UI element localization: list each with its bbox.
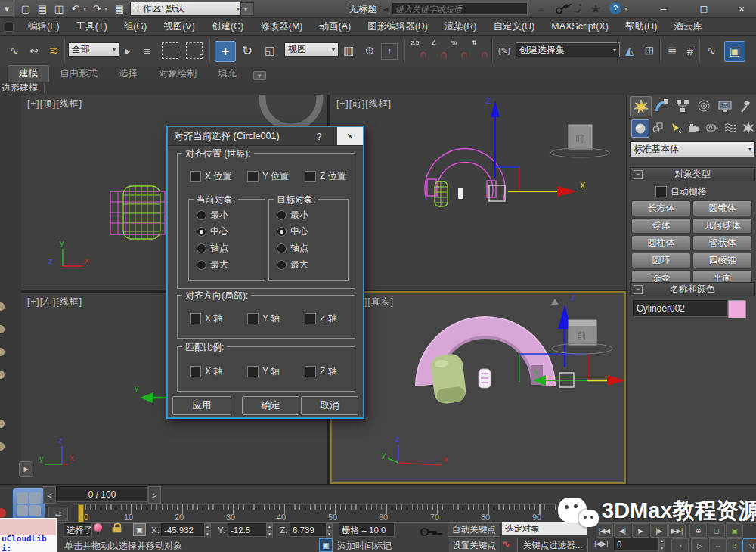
ok-button[interactable]: 确定	[242, 396, 299, 415]
isolate-selection-icon[interactable]: ▣	[319, 538, 333, 552]
target-max-radio[interactable]: 最大	[277, 259, 308, 271]
menu-create[interactable]: 创建(C)	[203, 20, 252, 33]
key-step-icon[interactable]: |◀▶|	[594, 540, 609, 547]
key-filters-button[interactable]: 关键点过滤器...	[517, 538, 588, 552]
minimize-button[interactable]: –	[652, 0, 674, 17]
app-icon[interactable]	[5, 23, 14, 32]
keyboard-shortcut-override-icon[interactable]: ↑	[381, 43, 398, 60]
menu-liuyunku[interactable]: 溜云库	[665, 20, 711, 33]
menu-edit[interactable]: 编辑(E)	[20, 20, 68, 33]
select-and-rotate-icon[interactable]: ↻	[237, 41, 257, 60]
workspace-dropdown[interactable]: 工作区: 默认▾	[130, 2, 243, 16]
save-file-icon[interactable]: ◫	[51, 2, 67, 16]
pan-icon[interactable]: ⇔	[709, 538, 727, 552]
ribbon-tab-modeling[interactable]: 建模	[8, 65, 49, 82]
ribbon-tab-object-paint[interactable]: 对象绘制	[148, 66, 207, 82]
orientation-y-checkbox[interactable]: Y 轴	[247, 312, 280, 325]
mirror-icon[interactable]: ◭	[620, 41, 640, 60]
absolute-mode-icon[interactable]: ▣	[133, 523, 146, 536]
close-button[interactable]: ×	[730, 0, 753, 17]
render-setup-icon[interactable]: ▣	[724, 41, 745, 62]
set-key-icon[interactable]	[420, 528, 437, 535]
ribbon-tab-selection[interactable]: 选择	[108, 66, 148, 82]
menu-graph-editors[interactable]: 图形编辑器(D)	[359, 20, 436, 33]
open-list-icon[interactable]: ▷	[691, 538, 708, 552]
category-dropdown[interactable]: 标准基本体▾	[630, 141, 755, 157]
snap-toggle-icon[interactable]: 2.5∩	[410, 40, 429, 60]
torus-button[interactable]: 圆环	[631, 253, 691, 268]
select-and-link-icon[interactable]: ∿	[5, 41, 24, 60]
viewport-front-label[interactable]: [+][前][线框]	[336, 98, 392, 110]
frame-counter[interactable]: 0 / 100	[56, 486, 148, 502]
tab-utilities[interactable]	[736, 96, 756, 116]
menu-modifiers[interactable]: 修改器(M)	[252, 20, 311, 33]
menu-maxscript[interactable]: MAXScript(X)	[543, 21, 617, 32]
help-flyout-icon[interactable]: ▾	[623, 2, 629, 16]
menu-rendering[interactable]: 渲染(R)	[436, 20, 485, 33]
align-dialog-title[interactable]: 对齐当前选择 (Circle001)	[168, 127, 363, 146]
edit-named-sets-icon[interactable]: {✎}	[494, 41, 514, 60]
qat-overflow-icon[interactable]: ▾	[0, 2, 14, 16]
scale-x-checkbox[interactable]: X 轴	[190, 365, 222, 378]
z-coord-field[interactable]	[290, 523, 329, 537]
isolate-balloon-icon[interactable]	[94, 523, 102, 532]
orientation-x-checkbox[interactable]: X 轴	[190, 312, 222, 325]
current-max-radio[interactable]: 最大	[197, 259, 228, 271]
undo-flyout-icon[interactable]: ▾	[82, 2, 88, 16]
new-file-icon[interactable]: ▢	[18, 2, 33, 16]
favorites-star-icon[interactable]: ★	[588, 2, 603, 16]
strip-expand-button[interactable]: ▶	[19, 461, 33, 477]
search-icon[interactable]: ○○	[532, 2, 547, 16]
tab-modify[interactable]	[651, 96, 671, 116]
add-time-tag[interactable]: 添加时间标记	[337, 540, 392, 552]
tube-button[interactable]: 管状体	[692, 235, 752, 251]
current-min-radio[interactable]: 最小	[197, 209, 228, 222]
object-color-swatch[interactable]	[728, 300, 746, 318]
object-name-field[interactable]	[633, 300, 728, 317]
search-input[interactable]	[392, 2, 528, 15]
prev-frame-button[interactable]: <	[43, 486, 56, 504]
z-position-checkbox[interactable]: Z 位置	[305, 170, 346, 183]
redo-icon[interactable]: ↷	[89, 2, 104, 16]
x-position-checkbox[interactable]: X 位置	[190, 170, 231, 183]
ribbon-panel-label[interactable]: 边形建模	[0, 82, 38, 95]
menu-tools[interactable]: 工具(T)	[68, 20, 116, 33]
window-crossing-icon[interactable]: ▪	[186, 42, 203, 59]
tab-create[interactable]	[630, 96, 652, 116]
communication-icon[interactable]	[573, 4, 581, 12]
dialog-close-button[interactable]: ×	[337, 127, 363, 145]
scene-perspective-view[interactable]: y z 前 z y x	[332, 293, 624, 482]
open-file-icon[interactable]: ▤	[35, 2, 50, 16]
box-button[interactable]: 长方体	[631, 200, 691, 216]
reference-coordinate-dropdown[interactable]: 视图▾	[284, 42, 339, 57]
redo-flyout-icon[interactable]: ▾	[103, 2, 109, 16]
bind-to-spacewarp-icon[interactable]: ≋	[44, 41, 64, 60]
cylinder-button[interactable]: 圆柱体	[631, 235, 691, 251]
help-icon[interactable]: ?	[609, 2, 621, 14]
tab-display[interactable]	[714, 96, 735, 116]
menu-views[interactable]: 视图(V)	[155, 20, 203, 33]
current-center-radio[interactable]: 中心	[197, 225, 228, 238]
auto-key-button[interactable]: 自动关键点	[448, 522, 500, 537]
name-color-rollout[interactable]: − 名称和颜色	[630, 282, 755, 296]
spinner-snap-icon[interactable]: ⇅∩	[471, 40, 491, 60]
key-icon[interactable]	[553, 5, 570, 12]
ribbon-tab-freeform[interactable]: 自由形式	[49, 66, 108, 82]
pyramid-button[interactable]: 四棱锥	[692, 253, 752, 268]
z-spinner[interactable]: ▲▼	[326, 523, 333, 538]
subtab-cameras[interactable]	[686, 119, 702, 136]
viewport-front[interactable]: [+][前][线框] Z X 前	[330, 95, 626, 290]
next-frame-button[interactable]: >	[148, 486, 161, 504]
use-pivot-center-icon[interactable]: ▥	[339, 41, 358, 60]
viewport-left-label[interactable]: [+][左][线框]	[27, 296, 82, 309]
dialog-help-button[interactable]: ?	[308, 127, 330, 145]
geosphere-button[interactable]: 几何球体	[692, 218, 752, 234]
frame-spinner[interactable]: ▲▼	[658, 538, 665, 552]
scale-y-checkbox[interactable]: Y 轴	[247, 365, 280, 378]
tab-hierarchy[interactable]	[672, 96, 692, 116]
search-nav-icon[interactable]: ◂	[381, 2, 390, 16]
schematic-view-icon[interactable]: #	[680, 41, 700, 60]
target-center-radio[interactable]: 中心	[277, 225, 308, 238]
menu-customize[interactable]: 自定义(U)	[485, 20, 543, 33]
object-type-rollout[interactable]: − 对象类型	[630, 167, 755, 181]
